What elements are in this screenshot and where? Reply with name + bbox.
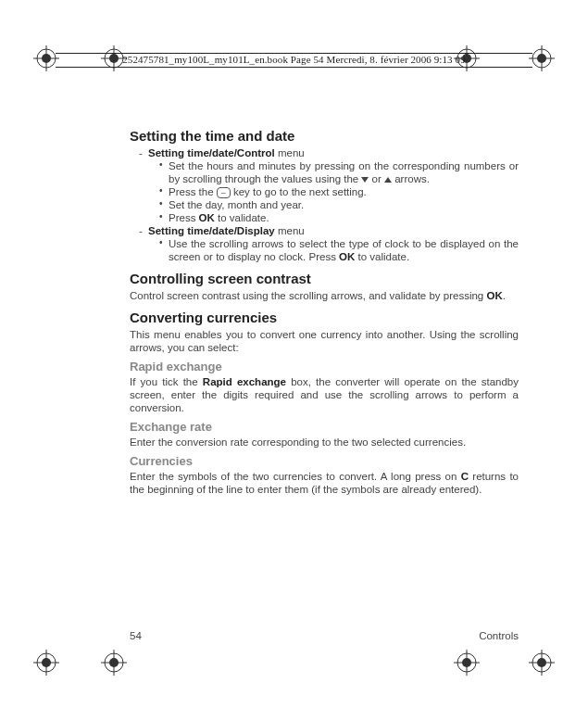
menu-2-bullets: Use the scrolling arrows to select the t…: [148, 237, 519, 263]
crop-mark-icon: [101, 650, 127, 676]
ok-label: OK: [486, 290, 502, 301]
softkey-icon: –: [217, 187, 231, 198]
text: key to go to the next setting.: [231, 186, 367, 197]
page-content: Setting the time and date Setting time/d…: [130, 120, 519, 498]
menu-word: menu: [275, 147, 305, 158]
heading-converting-currencies: Converting currencies: [130, 310, 519, 325]
text: Press: [169, 212, 199, 223]
crop-mark-icon: [454, 650, 480, 676]
menu-2-title-row: Setting time/date/Display menu Use the s…: [139, 224, 519, 263]
subheading-currencies: Currencies: [130, 454, 519, 468]
list-item: Press the – key to go to the next settin…: [159, 185, 519, 198]
c-key-label: C: [461, 471, 469, 482]
ok-label: OK: [199, 212, 215, 223]
page-number: 54: [130, 630, 142, 641]
list-item: Set the hours and minutes by pressing on…: [159, 159, 519, 185]
section-name: Controls: [479, 630, 519, 641]
menu-1-title-row: Setting time/date/Control menu Set the h…: [139, 146, 519, 224]
text: Control screen contrast using the scroll…: [130, 290, 486, 301]
menu-2-title: Setting time/date/Display: [148, 225, 275, 236]
paragraph: If you tick the Rapid exchange box, the …: [130, 375, 519, 414]
text: .: [503, 290, 506, 301]
ok-label: OK: [339, 251, 355, 262]
text: Press the: [169, 186, 217, 197]
text: to validate.: [215, 212, 269, 223]
rapid-exchange-label: Rapid exchange: [203, 376, 286, 387]
list-item: Use the scrolling arrows to select the t…: [159, 237, 519, 263]
text: arrows.: [392, 173, 430, 184]
page-footer: 54 Controls: [130, 630, 519, 641]
document-header: 252475781_my100L_my101L_en.book Page 54 …: [56, 53, 532, 68]
subheading-exchange-rate: Exchange rate: [130, 420, 519, 434]
crop-mark-icon: [529, 650, 555, 676]
paragraph: Enter the conversion rate corresponding …: [130, 436, 519, 449]
text: or: [369, 173, 384, 184]
crop-mark-icon: [33, 650, 59, 676]
heading-controlling-contrast: Controlling screen contrast: [130, 271, 519, 286]
paragraph: Enter the symbols of the two currencies …: [130, 470, 519, 496]
text: Set the hours and minutes by pressing on…: [169, 160, 519, 184]
paragraph: This menu enables you to convert one cur…: [130, 328, 519, 354]
menu-1-bullets: Set the hours and minutes by pressing on…: [148, 159, 519, 224]
paragraph: Control screen contrast using the scroll…: [130, 289, 519, 302]
list-item: Set the day, month and year.: [159, 198, 519, 211]
menu-word: menu: [275, 225, 305, 236]
text: If you tick the: [130, 376, 203, 387]
text: to validate.: [355, 251, 409, 262]
up-arrow-icon: [384, 177, 392, 183]
menu-1-title: Setting time/date/Control: [148, 147, 275, 158]
crop-mark-icon: [529, 45, 555, 71]
text: Enter the symbols of the two currencies …: [130, 471, 461, 482]
list-item: Press OK to validate.: [159, 211, 519, 224]
subheading-rapid-exchange: Rapid exchange: [130, 360, 519, 373]
heading-setting-time-date: Setting the time and date: [130, 128, 519, 144]
menu-1-list: Setting time/date/Control menu Set the h…: [130, 146, 519, 263]
